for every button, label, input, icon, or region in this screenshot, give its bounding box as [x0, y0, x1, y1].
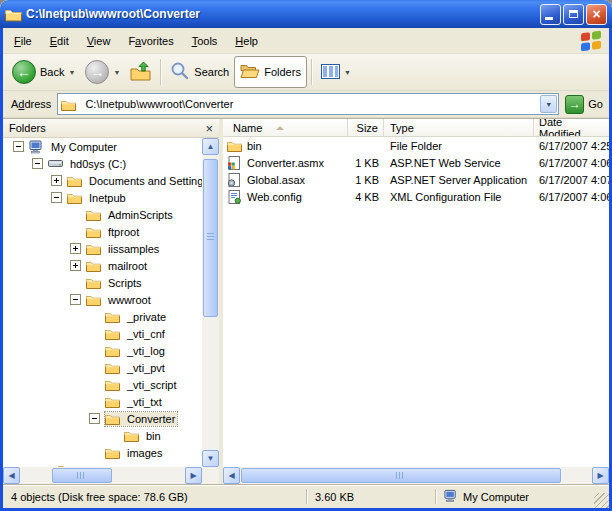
address-dropdown-button[interactable]: ▼ — [540, 95, 557, 113]
scroll-right-icon[interactable]: ▶ — [592, 467, 609, 484]
scroll-down-icon[interactable]: ▼ — [202, 450, 219, 467]
tree-item-wwwroot[interactable]: wwwroot — [3, 291, 202, 308]
file-name-cell[interactable]: Converter.asmx — [223, 156, 348, 170]
menu-help[interactable]: Help — [226, 31, 267, 51]
tree-item-body[interactable]: _vti_script — [105, 378, 179, 392]
title-bar[interactable]: C:\Inetpub\wwwroot\Converter × — [0, 0, 612, 28]
column-header-type[interactable]: Type — [384, 119, 534, 136]
column-header-size[interactable]: Size — [348, 119, 384, 136]
tree-item-adminscripts[interactable]: AdminScripts — [3, 206, 202, 223]
menu-view[interactable]: View — [78, 31, 120, 51]
expand-icon[interactable] — [70, 243, 81, 254]
close-folders-pane-icon[interactable]: × — [205, 122, 213, 135]
collapse-icon[interactable] — [51, 192, 62, 203]
tree-item--vti-pvt[interactable]: _vti_pvt — [3, 359, 202, 376]
tree-item-body[interactable]: Scripts — [86, 276, 144, 290]
tree-item-body[interactable]: wwwroot — [86, 293, 153, 307]
folders-button[interactable]: Folders — [234, 56, 307, 88]
tree-item-body[interactable]: AdminScripts — [86, 208, 175, 222]
list-horizontal-scrollbar[interactable]: ◀ ▶ — [223, 467, 609, 484]
tree-item-hd0sys-c-[interactable]: hd0sys (C:) — [3, 155, 202, 172]
search-button[interactable]: Search — [165, 56, 234, 88]
forward-button[interactable]: → ▼ — [80, 56, 125, 88]
tree-item--private[interactable]: _private — [3, 308, 202, 325]
scroll-left-icon[interactable]: ◀ — [3, 467, 20, 484]
expand-icon[interactable] — [70, 260, 81, 271]
tree-item-body[interactable]: ftproot — [86, 225, 141, 239]
go-button[interactable]: → Go — [565, 95, 605, 114]
tree-item-ftproot[interactable]: ftproot — [3, 223, 202, 240]
file-name-cell[interactable]: Global.asax — [223, 173, 348, 187]
collapse-icon[interactable] — [13, 141, 24, 152]
menu-tools[interactable]: Tools — [183, 31, 227, 51]
config-icon — [227, 190, 243, 204]
scroll-up-icon[interactable]: ▲ — [202, 138, 219, 155]
tree-item-body[interactable]: Documents and Settings — [67, 174, 202, 188]
tree-item-body[interactable]: _vti_cnf — [105, 327, 167, 341]
tree-item-converter[interactable]: Converter — [3, 410, 202, 427]
tree-item-mailroot[interactable]: mailroot — [3, 257, 202, 274]
close-button[interactable]: × — [586, 4, 607, 25]
tree-item-iissamples[interactable]: iissamples — [3, 240, 202, 257]
address-input[interactable]: C:\Inetpub\wwwroot\Converter ▼ — [57, 93, 559, 115]
tree-horizontal-scrollbar[interactable]: ◀ ▶ — [3, 467, 202, 484]
collapse-icon[interactable] — [32, 158, 43, 169]
tree-item--vti-script[interactable]: _vti_script — [3, 376, 202, 393]
tree-item-body[interactable]: _private — [105, 310, 168, 324]
file-name-cell[interactable]: Web.config — [223, 190, 348, 204]
tree-item-body[interactable]: _vti_log — [105, 344, 167, 358]
tree-item-inetpub[interactable]: Inetpub — [3, 189, 202, 206]
tree-item-my-computer[interactable]: My Computer — [3, 138, 202, 155]
tree-item-bin[interactable]: bin — [3, 427, 202, 444]
file-row-web-config[interactable]: Web.config4 KBXML Configuration File6/17… — [223, 188, 609, 205]
file-row-global-asax[interactable]: Global.asax1 KBASP.NET Server Applicatio… — [223, 171, 609, 188]
tree-item--vti-cnf[interactable]: _vti_cnf — [3, 325, 202, 342]
tree-item-body[interactable]: Inetpub — [67, 191, 128, 205]
tree-vscroll-thumb[interactable] — [203, 159, 218, 317]
forward-dropdown-icon[interactable]: ▼ — [113, 69, 120, 76]
tree-hscroll-track[interactable] — [20, 467, 185, 484]
tree-vscroll-track[interactable] — [202, 155, 219, 450]
views-button[interactable]: ▼ — [316, 56, 356, 88]
scroll-left-icon[interactable]: ◀ — [223, 467, 240, 484]
column-header-name[interactable]: Name — [223, 119, 348, 136]
tree-item-body[interactable]: _vti_txt — [105, 395, 164, 409]
up-button[interactable] — [125, 56, 156, 88]
back-button[interactable]: ← Back ▼ — [7, 56, 80, 88]
tree-vertical-scrollbar[interactable]: ▲ ▼ — [202, 138, 219, 484]
list-hscroll-thumb[interactable] — [241, 468, 561, 483]
maximize-button[interactable] — [563, 4, 584, 25]
resize-grip[interactable] — [594, 493, 609, 508]
tree-item-body[interactable]: iissamples — [86, 242, 161, 256]
file-row-converter-asmx[interactable]: Converter.asmx1 KBASP.NET Web Service6/1… — [223, 154, 609, 171]
list-hscroll-track[interactable] — [240, 467, 592, 484]
tree-item--vti-txt[interactable]: _vti_txt — [3, 393, 202, 410]
views-dropdown-icon[interactable]: ▼ — [344, 69, 351, 76]
tree-item-body[interactable]: mailroot — [86, 259, 149, 273]
folder-icon — [105, 361, 121, 375]
menu-edit[interactable]: Edit — [41, 31, 78, 51]
tree-item-scripts[interactable]: Scripts — [3, 274, 202, 291]
back-dropdown-icon[interactable]: ▼ — [68, 69, 75, 76]
tree-item-body[interactable]: My Computer — [29, 140, 119, 154]
column-header-date-modified[interactable]: Date Modified — [534, 119, 609, 136]
file-name-cell[interactable]: bin — [223, 139, 348, 153]
tree-item-body[interactable]: images — [105, 446, 164, 460]
tree-item-body[interactable]: _vti_pvt — [105, 361, 167, 375]
tree-item-images[interactable]: images — [3, 444, 202, 461]
tree-item-documents-and-settings[interactable]: Documents and Settings — [3, 172, 202, 189]
tree-item--vti-log[interactable]: _vti_log — [3, 342, 202, 359]
tree-item-body[interactable]: hd0sys (C:) — [48, 157, 128, 171]
tree-item-body[interactable]: bin — [124, 429, 163, 443]
folder-icon — [227, 139, 243, 153]
menu-favorites[interactable]: Favorites — [119, 31, 182, 51]
minimize-button[interactable] — [540, 4, 561, 25]
menu-file[interactable]: File — [5, 31, 41, 51]
scroll-right-icon[interactable]: ▶ — [185, 467, 202, 484]
tree-selection[interactable]: Converter — [105, 412, 177, 426]
expand-icon[interactable] — [51, 175, 62, 186]
collapse-icon[interactable] — [70, 294, 81, 305]
collapse-icon[interactable] — [89, 413, 100, 424]
tree-hscroll-thumb[interactable] — [52, 468, 112, 483]
file-row-bin[interactable]: binFile Folder6/17/2007 4:25 PM — [223, 137, 609, 154]
